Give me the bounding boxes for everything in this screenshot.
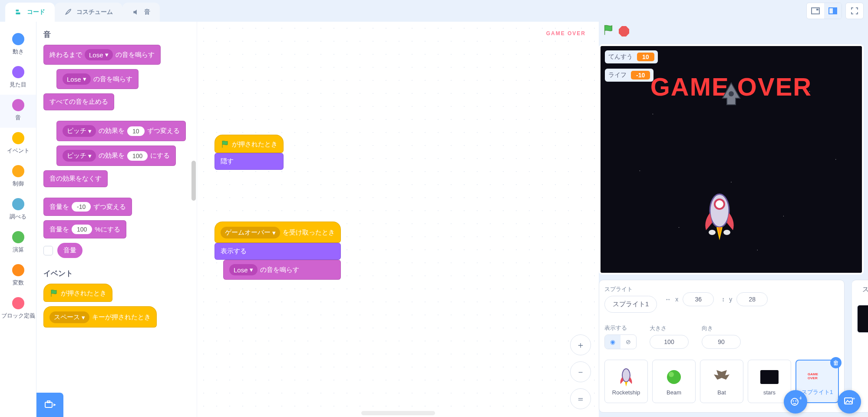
beam-icon bbox=[664, 367, 683, 387]
volume-monitor-checkbox[interactable] bbox=[43, 246, 53, 255]
sprite-name-label: スプライト bbox=[604, 285, 657, 293]
sprite-item-bat[interactable]: Bat bbox=[700, 360, 743, 403]
palette-scrollbar[interactable] bbox=[191, 161, 196, 201]
block-change-volume[interactable]: 音量を -10 ずつ変える bbox=[43, 198, 132, 216]
svg-rect-3 bbox=[816, 9, 818, 10]
gameover-thumb-icon: GAME OVER bbox=[808, 367, 827, 386]
cat-sound[interactable]: 音 bbox=[0, 95, 36, 128]
block-play-sound[interactable]: Lose ▾ の音を鳴らす bbox=[56, 69, 139, 89]
svg-rect-0 bbox=[16, 10, 19, 11]
block-change-effect[interactable]: ピッチ ▾ の効果を 10 ずつ変える bbox=[56, 121, 186, 141]
green-flag-button[interactable] bbox=[602, 24, 614, 39]
flag-icon bbox=[50, 289, 58, 298]
stage[interactable]: てんすう 10 ライフ -10 GAME OVER bbox=[599, 44, 864, 275]
block-set-effect[interactable]: ピッチ ▾ の効果を 100 にする bbox=[56, 146, 176, 166]
stage-small-button[interactable] bbox=[807, 3, 824, 19]
tab-costumes[interactable]: コスチューム bbox=[55, 3, 122, 22]
size-label: 大きさ bbox=[650, 324, 689, 332]
sprite-info-panel: スプライト スプライト1 ↔ x 36 ↕ y 28 bbox=[599, 280, 845, 413]
svg-point-16 bbox=[791, 398, 798, 405]
flag-icon bbox=[221, 140, 229, 149]
svg-rect-5 bbox=[833, 8, 837, 14]
block-clear-effects[interactable]: 音の効果をなくす bbox=[43, 170, 108, 187]
tab-sounds[interactable]: 音 bbox=[122, 3, 160, 22]
svg-point-12 bbox=[723, 230, 730, 235]
add-backdrop-button[interactable]: + bbox=[838, 390, 861, 414]
delete-sprite-button[interactable]: 🗑 bbox=[830, 357, 842, 368]
svg-point-11 bbox=[709, 230, 716, 235]
ws-block-play-sound[interactable]: Lose ▾ の音を鳴らす bbox=[223, 260, 341, 280]
script-stack-2[interactable]: ゲームオーバー ▾ を受け取ったとき 表示する Lose ▾ の音を鳴らす bbox=[215, 222, 341, 280]
block-set-volume[interactable]: 音量を 100 %にする bbox=[43, 220, 126, 238]
block-key-pressed[interactable]: スペース ▾ キーが押されたとき bbox=[43, 306, 157, 328]
editor-tabs: コード コスチューム 音 bbox=[0, 0, 868, 22]
cat-control[interactable]: 制御 bbox=[0, 161, 36, 194]
svg-point-18 bbox=[795, 400, 797, 402]
svg-point-10 bbox=[715, 199, 724, 209]
stage-title: ステージ bbox=[862, 285, 868, 294]
stars-icon bbox=[760, 367, 779, 387]
workspace-h-scrollbar[interactable] bbox=[361, 411, 435, 415]
rocket-icon bbox=[617, 367, 636, 387]
cat-sensing[interactable]: 調べる bbox=[0, 194, 36, 227]
cat-looks[interactable]: 見た目 bbox=[0, 62, 36, 95]
visibility-hide-button[interactable]: ⊘ bbox=[620, 335, 636, 349]
block-play-until-done[interactable]: 終わるまで Lose ▾ の音を鳴らす bbox=[43, 45, 161, 65]
fullscreen-button[interactable] bbox=[846, 3, 863, 19]
stage-thumbnail[interactable] bbox=[857, 305, 868, 333]
ws-block-show[interactable]: 表示する bbox=[215, 243, 341, 260]
zoom-in-button[interactable]: ＋ bbox=[570, 334, 591, 355]
palette-heading-sound: 音 bbox=[43, 30, 192, 40]
cat-myblocks[interactable]: ブロック定義 bbox=[0, 293, 36, 326]
sprite-direction-input[interactable]: 90 bbox=[702, 335, 741, 349]
block-stop-all-sounds[interactable]: すべての音を止める bbox=[43, 93, 114, 110]
workspace-sprite-label: GAME OVER bbox=[546, 30, 586, 36]
tab-sounds-label: 音 bbox=[144, 8, 150, 16]
cat-motion[interactable]: 動き bbox=[0, 29, 36, 62]
block-flag-clicked[interactable]: が押されたとき bbox=[43, 284, 112, 302]
xy-icon: ↔ bbox=[665, 296, 671, 303]
ws-block-receive[interactable]: ゲームオーバー ▾ を受け取ったとき bbox=[215, 222, 341, 243]
zoom-out-button[interactable]: － bbox=[570, 361, 591, 382]
block-palette[interactable]: 音 終わるまで Lose ▾ の音を鳴らす Lose ▾ の音を鳴らす すべての… bbox=[36, 22, 197, 417]
svg-point-8 bbox=[729, 91, 734, 96]
svg-point-15 bbox=[669, 372, 674, 377]
svg-point-14 bbox=[667, 370, 681, 384]
block-categories: 動き 見た目 音 イベント 制御 調べる 演算 変数 ブロック定義 bbox=[0, 22, 36, 417]
stop-button[interactable] bbox=[619, 26, 629, 36]
tab-code[interactable]: コード bbox=[5, 3, 55, 22]
svg-point-17 bbox=[793, 400, 794, 402]
y-icon: ↕ bbox=[722, 296, 725, 303]
visibility-show-button[interactable]: ◉ bbox=[605, 335, 620, 349]
backpack-toggle[interactable] bbox=[36, 393, 63, 417]
brush-icon bbox=[64, 8, 73, 17]
sprite-item-rocketship[interactable]: Rocketship bbox=[604, 360, 648, 403]
add-sprite-button[interactable]: + bbox=[784, 390, 807, 414]
scripts-workspace[interactable]: GAME OVER が押されたとき 隠す ゲームオーバー ▾ を受け取ったとき … bbox=[197, 22, 599, 417]
palette-heading-events: イベント bbox=[43, 268, 192, 278]
cat-operators[interactable]: 演算 bbox=[0, 227, 36, 260]
sprite-item-beam[interactable]: Beam bbox=[652, 360, 696, 403]
show-label: 表示する bbox=[604, 324, 637, 332]
cat-events[interactable]: イベント bbox=[0, 128, 36, 161]
sprite-size-input[interactable]: 100 bbox=[650, 335, 689, 349]
tab-costumes-label: コスチューム bbox=[76, 8, 113, 16]
script-stack-1[interactable]: が押されたとき 隠す bbox=[215, 135, 284, 170]
cat-variables[interactable]: 変数 bbox=[0, 260, 36, 293]
sound-icon bbox=[132, 8, 141, 17]
workspace-zoom-controls: ＋ － ＝ bbox=[570, 334, 591, 409]
tab-code-label: コード bbox=[27, 8, 45, 16]
ws-block-flag-clicked[interactable]: が押されたとき bbox=[215, 135, 284, 153]
sprite-x-input[interactable]: 36 bbox=[683, 292, 714, 306]
stage-large-button[interactable] bbox=[824, 3, 842, 19]
ws-block-hide[interactable]: 隠す bbox=[215, 153, 284, 170]
sprite-y-input[interactable]: 28 bbox=[736, 292, 768, 306]
sprite-name-input[interactable]: スプライト1 bbox=[604, 296, 657, 313]
block-volume-reporter[interactable]: 音量 bbox=[57, 243, 83, 258]
svg-rect-1 bbox=[16, 13, 20, 14]
zoom-reset-button[interactable]: ＝ bbox=[570, 388, 591, 409]
monitor-score[interactable]: てんすう 10 bbox=[605, 50, 658, 63]
svg-point-13 bbox=[622, 369, 630, 382]
direction-label: 向き bbox=[702, 324, 741, 332]
stage-ship-sprite bbox=[716, 81, 746, 108]
